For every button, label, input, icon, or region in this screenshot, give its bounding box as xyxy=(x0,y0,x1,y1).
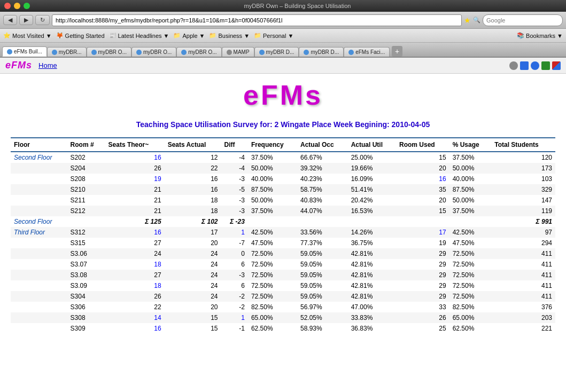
minimize-button[interactable] xyxy=(14,3,20,9)
gear-icon[interactable] xyxy=(509,61,518,70)
cell-room-used: 29 xyxy=(396,291,449,302)
cell-total-students: 376 xyxy=(491,302,555,312)
tab-efms-faci[interactable]: eFMs Faci... xyxy=(344,47,390,57)
cell-floor xyxy=(11,174,67,184)
address-bar[interactable] xyxy=(52,14,462,26)
cell-seats-actual: 15 xyxy=(165,323,221,334)
cell-seats-theor: 22 xyxy=(105,302,165,312)
tab-efms-build[interactable]: eFMs Buil... xyxy=(2,46,47,57)
bookmark-latest-headlines[interactable]: 📰 Latest Headlines ▼ xyxy=(109,32,169,39)
cell-floor xyxy=(11,238,67,248)
table-row: S2112118-350.00%40.83%20.42%2050.00%147 xyxy=(11,195,555,206)
efms-logo: eFMs xyxy=(11,79,555,111)
subtotal-cell-8 xyxy=(396,216,449,227)
cell-frequency: 87.50% xyxy=(248,184,297,195)
download-icon[interactable] xyxy=(520,61,529,70)
tab-mydbr-4[interactable]: myDBR O... xyxy=(176,47,221,57)
cell-actual-util: 36.75% xyxy=(348,238,396,248)
cell-frequency: 37.50% xyxy=(248,152,297,163)
back-button[interactable]: ◀ xyxy=(3,15,17,25)
cell-seats-actual: 20 xyxy=(165,302,221,312)
maximize-button[interactable] xyxy=(24,3,30,9)
cell-pct-usage: 37.50% xyxy=(449,152,492,163)
tab-favicon xyxy=(348,50,354,55)
forward-button[interactable]: ▶ xyxy=(19,15,33,25)
bookmark-getting-started[interactable]: 🦊 Getting Started xyxy=(56,32,105,39)
cell-room-used: 19 xyxy=(396,238,449,248)
cell-diff: 6 xyxy=(221,280,248,291)
cell-seats-theor: 26 xyxy=(105,163,165,174)
tab-mydbr-2[interactable]: myDBR O... xyxy=(87,47,131,57)
cell-actual-util: 33.83% xyxy=(348,312,396,323)
bookmark-star-icon[interactable]: ★ xyxy=(464,16,471,25)
tab-mydbr-1[interactable]: myDBR... xyxy=(47,47,87,57)
bookmark-business[interactable]: 📁 Business ▼ xyxy=(209,32,250,39)
tab-mydbr-d1[interactable]: myDBR D... xyxy=(254,47,299,57)
tab-mamp[interactable]: MAMP xyxy=(222,47,254,57)
subtotal-cell-7 xyxy=(348,216,396,227)
cell-actual-occ: 59.05% xyxy=(297,270,348,280)
cell-actual-util: 47.00% xyxy=(348,302,396,312)
col-header-diff: Diff xyxy=(221,138,248,152)
cell-pct-usage: 62.50% xyxy=(449,323,492,334)
search-input[interactable] xyxy=(483,14,563,26)
cell-pct-usage: 47.50% xyxy=(449,238,492,248)
cell-total-students: 203 xyxy=(491,312,555,323)
bookmark-most-visited[interactable]: ⭐ Most Visited ▼ xyxy=(3,32,52,39)
tab-mydbr-d2[interactable]: myDBR D... xyxy=(299,47,344,57)
cell-room: S308 xyxy=(67,312,105,323)
cell-total-students: 147 xyxy=(491,195,555,206)
bookmark-apple[interactable]: 📁 Apple ▼ xyxy=(173,32,205,39)
table-row: S3.082724-372.50%59.05%42.81%2972.50%411 xyxy=(11,270,555,280)
cell-seats-theor: 19 xyxy=(105,174,165,184)
cell-seats-theor: 21 xyxy=(105,195,165,206)
info-icon[interactable] xyxy=(531,61,539,70)
app-logo: eFMs xyxy=(5,60,32,71)
apple-icon: 📁 xyxy=(173,32,181,39)
cell-room: S3.09 xyxy=(67,280,105,291)
cell-total-students: 103 xyxy=(491,174,555,184)
home-nav-link[interactable]: Home xyxy=(38,61,57,69)
cell-actual-util: 19.66% xyxy=(348,163,396,174)
cell-room: S306 xyxy=(67,302,105,312)
table-row: S2122118-337.50%44.07%16.53%1537.50%119 xyxy=(11,206,555,216)
table-row: S3091615-162.50%58.93%36.83%2562.50%221 xyxy=(11,323,555,334)
cell-room: S210 xyxy=(67,184,105,195)
cell-total-students: 411 xyxy=(491,248,555,259)
cell-actual-occ: 59.05% xyxy=(297,280,348,291)
subtotal-cell-9 xyxy=(449,216,492,227)
subtotal-cell-0: Second Floor xyxy=(11,216,67,227)
cell-pct-usage: 72.50% xyxy=(449,270,492,280)
col-header-actual-occ: Actual Occ xyxy=(297,138,348,152)
cell-total-students: 329 xyxy=(491,184,555,195)
cell-pct-usage: 40.00% xyxy=(449,174,492,184)
cell-room: S315 xyxy=(67,238,105,248)
close-button[interactable] xyxy=(4,3,11,9)
bookmark-personal[interactable]: 📁 Personal ▼ xyxy=(254,32,293,39)
cell-total-students: 411 xyxy=(491,270,555,280)
bookmarks-icon: 📚 xyxy=(517,32,524,39)
cell-floor xyxy=(11,312,67,323)
cell-seats-theor: 24 xyxy=(105,248,165,259)
cell-actual-occ: 44.07% xyxy=(297,206,348,216)
main-content: eFMs Teaching Space Utilisation Survey f… xyxy=(0,74,566,334)
cell-frequency: 65.00% xyxy=(248,312,297,323)
chart-icon[interactable] xyxy=(552,61,561,70)
cell-actual-occ: 66.67% xyxy=(297,152,348,163)
toolbar-icons xyxy=(509,61,561,70)
cell-floor xyxy=(11,259,67,270)
business-icon: 📁 xyxy=(209,32,216,39)
cell-frequency: 62.50% xyxy=(248,323,297,334)
cell-actual-util: 36.83% xyxy=(348,323,396,334)
cell-diff: -2 xyxy=(221,302,248,312)
browser-navbar: ◀ ▶ ↻ ★ 🔍 xyxy=(0,12,566,29)
cell-seats-actual: 24 xyxy=(165,291,221,302)
refresh-button[interactable]: ↻ xyxy=(35,15,50,25)
survey-title: Teaching Space Utilisation Survey for: 2… xyxy=(11,114,555,137)
new-tab-button[interactable]: + xyxy=(392,46,402,57)
bookmark-bookmarks[interactable]: 📚 Bookmarks ▼ xyxy=(517,32,563,39)
cell-room-used: 33 xyxy=(396,302,449,312)
cell-seats-actual: 17 xyxy=(165,227,221,238)
edit-icon[interactable] xyxy=(541,61,550,70)
tab-mydbr-3[interactable]: myDBR O... xyxy=(131,47,176,57)
